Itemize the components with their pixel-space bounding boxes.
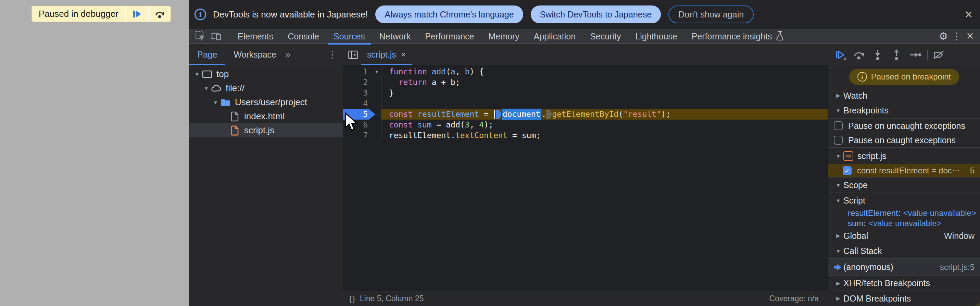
switch-to-japanese-button[interactable]: Switch DevTools to Japanese	[531, 5, 661, 23]
line-number[interactable]: 3	[343, 88, 372, 98]
call-stack-label: Call Stack	[843, 246, 882, 256]
tab-sources[interactable]: Sources	[326, 29, 372, 44]
chevron-down-icon: ▼	[833, 198, 843, 204]
call-stack-frame[interactable]: (anonymous)script.js:5	[828, 259, 980, 276]
settings-gear-icon[interactable]: ⚙	[936, 30, 951, 42]
checkbox-row-pause-on-uncaught-exceptions[interactable]: Pause on uncaught exceptions	[828, 119, 980, 133]
tab-label: Memory	[488, 32, 519, 41]
code-editor[interactable]: 1▼function add(a, b) {2 return a + b;3}4…	[343, 65, 827, 291]
code-line-6[interactable]: 6const sum = add(3, 4);	[343, 120, 827, 130]
deactivate-breakpoints-button[interactable]	[932, 48, 945, 62]
file-orange-icon	[229, 125, 240, 136]
gutter-line-number[interactable]: 1	[343, 67, 372, 77]
line-number[interactable]: 1	[343, 67, 372, 77]
panel-tabs: ElementsConsoleSourcesNetworkPerformance…	[231, 29, 791, 43]
step-out-button[interactable]	[889, 48, 903, 62]
code-text[interactable]: const resultElement = document.getElemen…	[382, 109, 827, 120]
checkbox[interactable]	[834, 136, 843, 145]
scope-section-header[interactable]: ▼ Scope	[828, 177, 980, 193]
fold-arrow-icon[interactable]: ▼	[372, 67, 382, 77]
breakpoint-entry[interactable]: ✓const resultElement = doc⋯5	[828, 164, 980, 177]
toggle-device-toolbar-button[interactable]	[208, 29, 224, 43]
gutter-line-number[interactable]: 2	[343, 77, 372, 88]
resume-script-button[interactable]	[125, 6, 148, 22]
hide-navigator-button[interactable]	[345, 50, 361, 60]
line-number[interactable]: 2	[343, 77, 372, 88]
breakpoint-group-script-js[interactable]: ▼<>script.js	[828, 148, 980, 164]
code-line-3[interactable]: 3}	[343, 88, 827, 98]
token: resultElement.	[389, 130, 455, 141]
tab-elements[interactable]: Elements	[231, 29, 280, 44]
tab-network[interactable]: Network	[372, 29, 418, 44]
paused-badge-label: Paused on breakpoint	[871, 72, 951, 81]
tree-item-file-[interactable]: ▼file://	[189, 81, 343, 95]
step-over-button[interactable]	[148, 6, 170, 22]
token: = add(	[432, 120, 465, 130]
close-tab-icon[interactable]: ×	[401, 50, 406, 60]
navigator-more-options-icon[interactable]: ⋮	[328, 49, 337, 60]
tab-console[interactable]: Console	[280, 29, 326, 44]
code-text[interactable]: const sum = add(3, 4);	[382, 120, 827, 130]
token: "result"	[623, 109, 661, 120]
infobar-close-icon[interactable]: ×	[965, 8, 972, 21]
watch-section-header[interactable]: ▶ Watch	[828, 88, 980, 103]
code-text[interactable]	[382, 98, 827, 109]
code-line-7[interactable]: 7resultElement.textContent = sum;	[343, 130, 827, 141]
code-line-5[interactable]: 5const resultElement = document.getEleme…	[343, 109, 827, 120]
tab-security[interactable]: Security	[583, 29, 628, 44]
code-text[interactable]: function add(a, b) {	[382, 67, 827, 77]
tree-item-index-html[interactable]: index.html	[189, 109, 343, 123]
dom-breakpoints-section-header[interactable]: ▶ DOM Breakpoints	[828, 291, 980, 306]
gutter-line-number[interactable]: 4	[343, 98, 372, 109]
code-line-4[interactable]: 4	[343, 98, 827, 109]
step-into-button[interactable]	[871, 48, 885, 62]
code-text[interactable]: resultElement.textContent = sum;	[382, 130, 827, 141]
xhr-breakpoints-section-header[interactable]: ▶ XHR/fetch Breakpoints	[828, 276, 980, 291]
checkbox[interactable]	[834, 121, 843, 130]
tab-lighthouse[interactable]: Lighthouse	[628, 29, 684, 44]
tab-memory[interactable]: Memory	[481, 29, 526, 44]
tab-page[interactable]: Page	[189, 45, 225, 65]
scope-section-global[interactable]: ▶GlobalWindow	[828, 229, 980, 243]
token: const	[389, 120, 413, 130]
inspect-element-button[interactable]	[192, 29, 208, 43]
tab-performance[interactable]: Performance	[418, 29, 481, 44]
more-tabs-icon[interactable]: »	[285, 49, 290, 60]
resume-button[interactable]	[833, 48, 847, 62]
tree-item-users-user-project[interactable]: ▼Users/user/project	[189, 95, 343, 109]
coverage-label: Coverage: n/a	[769, 294, 819, 303]
checkbox-row-pause-on-caught-exceptions[interactable]: Pause on caught exceptions	[828, 133, 980, 147]
breakpoints-section-header[interactable]: ▼ Breakpoints	[828, 103, 980, 119]
call-stack-section-header[interactable]: ▼ Call Stack	[828, 243, 980, 259]
tab-performance-insights[interactable]: Performance insights	[684, 29, 791, 44]
paused-badge-row: i Paused on breakpoint	[828, 65, 980, 88]
code-line-2[interactable]: 2 return a + b;	[343, 77, 827, 88]
token: (	[446, 67, 450, 77]
scope-variable-resultelement[interactable]: resultElement:<value unavailable>	[828, 208, 980, 218]
editor-tab-scriptjs[interactable]: script.js ×	[361, 45, 412, 65]
pretty-print-icon[interactable]: { }	[349, 294, 355, 303]
tab-workspace[interactable]: Workspace	[225, 45, 285, 65]
gutter-line-number[interactable]: 3	[343, 88, 372, 98]
step-button[interactable]	[908, 48, 922, 62]
scope-variable-sum[interactable]: sum:<value unavailable>	[828, 218, 980, 229]
token: = sum;	[508, 130, 541, 141]
breakpoint-checkbox[interactable]: ✓	[843, 166, 851, 175]
step-over-button[interactable]	[852, 48, 865, 62]
debugger-sidebar: i Paused on breakpoint ▶ Watch ▼ Breakpo…	[828, 45, 980, 306]
code-text[interactable]: return a + b;	[382, 77, 827, 88]
code-text[interactable]: }	[382, 88, 827, 98]
close-devtools-icon[interactable]: ×	[963, 29, 977, 43]
tree-item-top[interactable]: ▼top	[189, 67, 343, 81]
tab-application[interactable]: Application	[527, 29, 583, 44]
code-line-1[interactable]: 1▼function add(a, b) {	[343, 67, 827, 77]
checkbox-label: Pause on caught exceptions	[848, 135, 956, 145]
scope-section-script[interactable]: ▼Script	[828, 193, 980, 208]
tree-item-script-js[interactable]: script.js	[189, 123, 343, 137]
fold-gutter	[372, 98, 382, 109]
step-over-icon	[154, 9, 165, 19]
more-options-icon[interactable]: ⋮	[951, 30, 963, 42]
match-chrome-language-button[interactable]: Always match Chrome's language	[375, 5, 523, 23]
line-number[interactable]: 4	[343, 98, 372, 109]
dont-show-again-button[interactable]: Don't show again	[668, 5, 754, 23]
